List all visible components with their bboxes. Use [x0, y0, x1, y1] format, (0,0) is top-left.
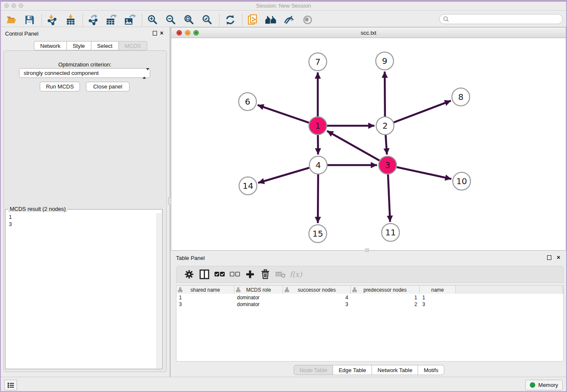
control-tab-mcds[interactable]: MCDS: [119, 41, 147, 50]
app-titlebar: Session: New Session: [0, 0, 567, 11]
toolbar-separator: [41, 14, 42, 26]
column-header-MCDS-role[interactable]: MCDS role: [234, 286, 283, 294]
graph-node-4[interactable]: 4: [309, 156, 327, 174]
table-row[interactable]: 3dominator323: [176, 301, 563, 308]
svg-text:1: 1: [315, 121, 321, 131]
graph-node-3[interactable]: 3: [379, 156, 396, 174]
delete-column-icon[interactable]: [258, 268, 273, 281]
float-panel-icon[interactable]: [153, 31, 157, 36]
graph-node-2[interactable]: 2: [376, 117, 394, 135]
graph-node-8[interactable]: 8: [452, 88, 470, 106]
table-tab-network-table[interactable]: Network Table: [372, 365, 418, 375]
mcds-result-scrollbar[interactable]: [157, 213, 162, 368]
graph-edge-2-3[interactable]: [385, 135, 387, 155]
graph-edge-4-14[interactable]: [258, 168, 309, 183]
graph-edge-4-15[interactable]: [318, 174, 318, 223]
table-cell[interactable]: 3: [420, 301, 456, 308]
graph-node-15[interactable]: 15: [309, 225, 327, 243]
node-table[interactable]: shared nameMCDS rolesuccessor nodesprede…: [176, 285, 564, 362]
close-panel-button[interactable]: Close panel: [86, 82, 129, 91]
close-table-panel-icon[interactable]: ×: [557, 254, 560, 261]
memory-status-icon: [530, 382, 535, 388]
column-header-shared-name[interactable]: shared name: [176, 286, 234, 294]
table-cell[interactable]: 3: [283, 301, 351, 308]
table-cell[interactable]: 4: [283, 294, 351, 301]
search-input[interactable]: [451, 16, 559, 22]
zoom-in-icon[interactable]: [146, 14, 160, 26]
graph-node-10[interactable]: 10: [453, 172, 471, 190]
column-header-predecessor-nodes[interactable]: predecessor nodes: [351, 286, 420, 294]
run-mcds-button[interactable]: Run MCDS: [40, 82, 80, 91]
table-cell[interactable]: 2: [351, 301, 420, 308]
zoom-out-icon[interactable]: [164, 14, 178, 26]
export-image-icon[interactable]: [123, 14, 137, 26]
table-toolbar: f(x): [176, 266, 564, 283]
optimization-criterion-select[interactable]: strongly connected component: [19, 68, 150, 78]
deselect-all-icon[interactable]: [227, 268, 242, 281]
graph-node-9[interactable]: 9: [376, 52, 394, 70]
svg-text:14: 14: [242, 181, 253, 191]
graph-edge-2-8[interactable]: [394, 101, 451, 122]
control-tab-network[interactable]: Network: [34, 41, 67, 50]
column-chooser-icon[interactable]: [197, 268, 212, 281]
svg-text:8: 8: [458, 92, 464, 102]
graph-edge-3-11[interactable]: [388, 174, 390, 222]
add-column-icon[interactable]: [242, 268, 258, 281]
graph-edge-2-9[interactable]: [385, 72, 385, 116]
graph-node-14[interactable]: 14: [239, 177, 257, 195]
table-cell[interactable]: 1: [420, 294, 456, 301]
first-neighbors-icon[interactable]: [264, 14, 278, 26]
table-cell[interactable]: dominator: [234, 294, 283, 301]
memory-button-label: Memory: [538, 382, 558, 388]
zoom-fit-icon[interactable]: [182, 14, 196, 26]
toolbar-separator: [242, 14, 242, 26]
table-tab-motifs[interactable]: Motifs: [418, 365, 444, 375]
refresh-icon[interactable]: [223, 14, 237, 26]
table-cell[interactable]: 3: [176, 301, 234, 308]
column-header-successor-nodes[interactable]: successor nodes: [283, 286, 351, 294]
search-field[interactable]: [439, 14, 563, 24]
column-header-name[interactable]: name: [420, 286, 456, 294]
memory-button[interactable]: Memory: [525, 380, 563, 390]
import-network-icon[interactable]: [45, 14, 60, 26]
close-panel-icon[interactable]: ×: [160, 30, 163, 36]
svg-text:2: 2: [383, 121, 388, 131]
zoom-selected-icon[interactable]: [200, 14, 215, 26]
graph-edge-3-10[interactable]: [396, 167, 451, 179]
control-tab-style[interactable]: Style: [67, 41, 91, 50]
svg-text:3: 3: [385, 160, 391, 170]
canvas-scroll-handle[interactable]: [365, 248, 369, 252]
panel-splitter-handle[interactable]: [168, 197, 171, 205]
import-table-icon[interactable]: [63, 14, 78, 26]
open-session-icon[interactable]: [4, 14, 19, 26]
export-table-icon[interactable]: [105, 14, 119, 26]
save-session-icon[interactable]: [22, 14, 37, 26]
show-all-icon[interactable]: [300, 14, 315, 26]
graph-node-6[interactable]: 6: [239, 93, 256, 110]
table-cell[interactable]: 1: [176, 294, 234, 301]
table-tab-edge-table[interactable]: Edge Table: [333, 365, 372, 375]
table-cell[interactable]: 1: [351, 294, 420, 301]
new-network-from-file-icon[interactable]: [246, 14, 260, 26]
graph-edge-3-1[interactable]: [327, 131, 380, 160]
network-window-title: scc.txt: [171, 30, 566, 36]
svg-text:11: 11: [385, 227, 396, 237]
graph-node-11[interactable]: 11: [382, 224, 399, 241]
select-all-icon[interactable]: [212, 268, 227, 281]
graph-node-1[interactable]: 1: [309, 117, 327, 135]
hide-selected-icon[interactable]: [282, 14, 297, 26]
export-network-icon[interactable]: [86, 14, 101, 26]
table-tab-node-table[interactable]: Node Table: [294, 365, 333, 375]
delete-table-icon-disabled: [273, 268, 288, 281]
control-tab-select[interactable]: Select: [91, 41, 119, 50]
network-canvas[interactable]: 7968124314101511: [171, 38, 566, 251]
table-panel: Table Panel × f(x) shared nameMCDS roles…: [171, 251, 567, 377]
float-table-panel-icon[interactable]: [547, 255, 551, 260]
graph-node-7[interactable]: 7: [309, 53, 327, 71]
network-window-titlebar[interactable]: × − + scc.txt: [171, 27, 566, 38]
log-console-button[interactable]: [4, 380, 17, 390]
table-row[interactable]: 1dominator411: [176, 294, 563, 301]
table-settings-gear-icon[interactable]: [182, 268, 197, 281]
table-cell[interactable]: dominator: [234, 301, 283, 308]
graph-edge-1-6[interactable]: [258, 105, 309, 123]
